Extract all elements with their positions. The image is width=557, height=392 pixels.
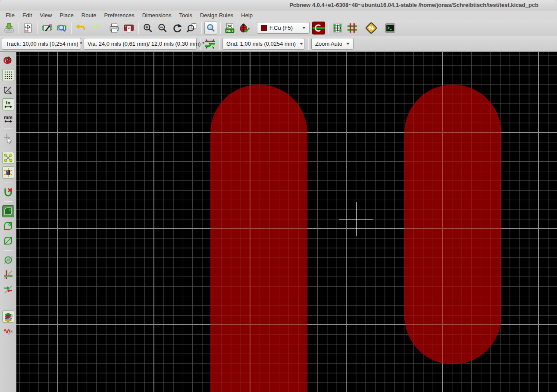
drc-off-button[interactable] [2, 54, 14, 66]
track-mode-icon [347, 22, 358, 34]
save-icon [3, 22, 15, 34]
toolbar-separator [38, 22, 38, 34]
title-bar[interactable]: Pcbnew 4.0.4+e1-6308~48~ubuntu16.04.1-st… [0, 0, 557, 10]
layer-selector[interactable]: F.Cu (F5) [257, 22, 310, 34]
footprint-browser-button[interactable] [55, 22, 68, 34]
track-width-selector[interactable]: Track: 10,00 mils (0,254 mm) * [2, 38, 81, 50]
left-toolbar-separator [4, 182, 13, 182]
drc-icon [239, 22, 250, 34]
refresh-view-button[interactable] [171, 22, 184, 34]
menu-edit[interactable]: Edit [19, 11, 36, 19]
via-mode-button[interactable] [312, 22, 325, 34]
menu-file[interactable]: File [2, 11, 19, 19]
zone-outline-mode-button[interactable] [2, 220, 14, 232]
grid-icon [3, 70, 13, 80]
layer-selector-value: F.Cu (F5) [269, 25, 293, 31]
track-sketch-button[interactable] [2, 269, 14, 281]
grid-visibility-button[interactable] [2, 69, 14, 81]
menu-route[interactable]: Route [78, 11, 100, 19]
module-ratsnest-button[interactable] [2, 166, 14, 179]
module-ratsnest-icon [3, 167, 13, 178]
menu-design-rules[interactable]: Design Rules [196, 11, 237, 19]
toolbar-separator [71, 22, 72, 34]
cursor-shape-button[interactable] [2, 132, 14, 144]
footprint-editor-button[interactable] [41, 22, 53, 34]
cursor-shape-icon [3, 133, 13, 144]
chevron-down-icon [300, 43, 303, 45]
zoom-out-button[interactable] [156, 22, 169, 34]
toolbar-separator [254, 22, 254, 34]
footprint-editor-icon [41, 22, 53, 34]
zoom-selector[interactable]: Zoom Auto [311, 38, 354, 50]
auto-track-width-button[interactable] [203, 38, 216, 50]
layer-color-swatch [261, 25, 267, 31]
pcb-canvas[interactable] [16, 52, 557, 392]
auto-track-width-icon [204, 38, 216, 50]
redo-button[interactable] [89, 22, 102, 34]
page-settings-button[interactable] [22, 22, 34, 34]
zone-outline-icon [3, 221, 13, 231]
toolbar-separator [19, 22, 19, 34]
menu-place[interactable]: Place [56, 11, 78, 19]
svg-text:NET: NET [226, 29, 233, 33]
menu-help[interactable]: Help [237, 11, 257, 19]
menu-dimensions[interactable]: Dimensions [138, 11, 175, 19]
high-contrast-button[interactable] [2, 283, 14, 295]
footprint-mode-button[interactable] [331, 22, 344, 34]
zone-nofill-icon [3, 235, 13, 246]
zone-fill-mode-button[interactable] [2, 205, 14, 217]
menu-preferences[interactable]: Preferences [100, 11, 138, 19]
pad-sketch-button[interactable] [2, 254, 14, 266]
menu-view[interactable]: View [36, 11, 56, 19]
footprint-mode-icon [332, 22, 343, 34]
find-button[interactable] [204, 22, 217, 34]
units-inch-icon: In [3, 99, 13, 110]
units-inch-button[interactable]: In [2, 98, 14, 110]
left-toolbar-separator [4, 341, 13, 341]
zoom-value: Zoom Auto [315, 41, 342, 47]
ratsnest-button[interactable] [2, 152, 14, 164]
print-button[interactable] [108, 22, 121, 34]
toolbar-separator [328, 22, 329, 34]
grid-selector[interactable]: Grid: 1,00 mils (0,0254 mm) [222, 38, 304, 50]
track-sketch-icon [3, 270, 13, 280]
window-title: Pcbnew 4.0.4+e1-6308~48~ubuntu16.04.1-st… [272, 2, 556, 8]
layers-manager-button[interactable] [2, 310, 14, 323]
scripting-console-button[interactable] [384, 22, 397, 34]
left-toolbar: r φ In mm [0, 52, 16, 392]
zoom-fit-icon [186, 22, 197, 34]
print-icon [109, 22, 120, 34]
undo-icon [75, 22, 86, 34]
redo-icon [90, 22, 101, 34]
ratsnest-autodelete-button[interactable] [2, 186, 14, 198]
track-mode-button[interactable] [346, 22, 359, 34]
save-button[interactable] [3, 22, 16, 34]
chevron-down-icon [346, 43, 350, 45]
drc-button[interactable] [238, 22, 251, 34]
grid-value: Grid: 1,00 mils (0,0254 mm) [226, 41, 296, 47]
zoom-fit-button[interactable] [185, 22, 198, 34]
zoom-in-button[interactable] [141, 22, 154, 34]
pcb-drawing [16, 52, 557, 392]
toolbar-separator [138, 22, 139, 34]
read-netlist-button[interactable]: NET [223, 22, 236, 34]
footprint-browser-icon [56, 22, 67, 34]
microwave-tools-button[interactable] [2, 325, 14, 337]
svg-text:mm: mm [4, 115, 13, 120]
plot-button[interactable] [122, 22, 135, 34]
menu-tools[interactable]: Tools [175, 11, 196, 19]
polar-coordinates-button[interactable]: r φ [2, 84, 14, 96]
chevron-down-icon [302, 27, 306, 29]
via-size-selector[interactable]: Via: 24,0 mils (0,61 mm)/ 12,0 mils (0,3… [84, 38, 197, 50]
units-mm-icon: mm [3, 114, 13, 124]
freeroute-button[interactable] [365, 22, 378, 34]
toolbar-separator [200, 38, 201, 50]
layers-manager-icon [3, 311, 13, 322]
undo-button[interactable] [74, 22, 87, 34]
find-icon [206, 23, 216, 33]
via-mode-icon [313, 22, 325, 34]
plot-icon [123, 22, 135, 34]
read-netlist-icon: NET [224, 22, 235, 34]
zone-nofill-mode-button[interactable] [2, 235, 14, 247]
units-mm-button[interactable]: mm [2, 113, 14, 125]
